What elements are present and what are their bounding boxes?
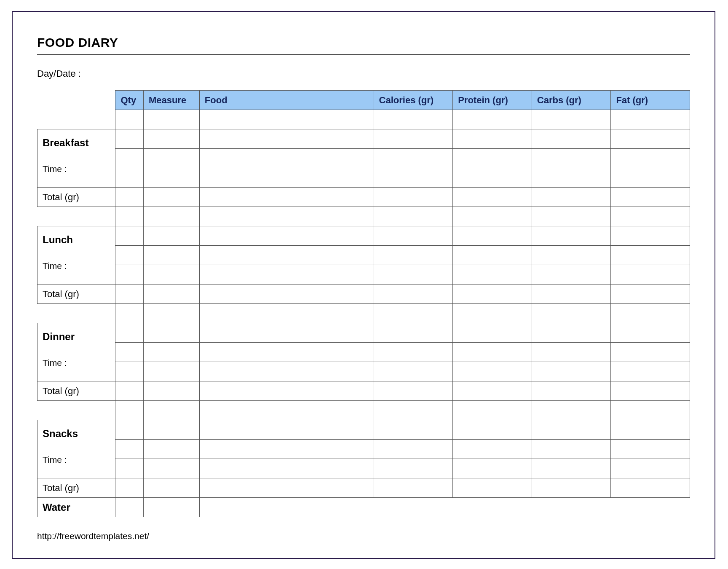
cell[interactable] [374,459,453,478]
cell[interactable] [453,265,532,284]
cell[interactable] [199,343,374,362]
cell[interactable] [115,459,143,478]
cell[interactable] [143,440,199,459]
cell[interactable] [453,362,532,381]
cell[interactable] [453,284,532,304]
cell[interactable] [453,226,532,246]
cell[interactable] [199,381,374,401]
cell[interactable] [143,304,199,323]
cell[interactable] [115,440,143,459]
cell[interactable] [199,478,374,498]
cell[interactable] [532,401,611,420]
cell[interactable] [611,343,690,362]
cell[interactable] [532,110,611,129]
cell[interactable] [453,246,532,265]
cell[interactable] [374,149,453,168]
cell[interactable] [611,129,690,149]
cell[interactable] [374,343,453,362]
cell[interactable] [115,478,143,498]
cell[interactable] [199,168,374,188]
cell[interactable] [115,226,143,246]
cell[interactable] [611,478,690,498]
cell[interactable] [143,149,199,168]
cell[interactable] [611,226,690,246]
cell[interactable] [532,284,611,304]
cell[interactable] [115,284,143,304]
cell[interactable] [143,188,199,207]
cell[interactable] [453,207,532,226]
cell[interactable] [143,168,199,188]
cell[interactable] [611,381,690,401]
cell[interactable] [453,110,532,129]
cell[interactable] [199,362,374,381]
cell[interactable] [611,420,690,440]
cell[interactable] [532,440,611,459]
cell[interactable] [532,459,611,478]
cell[interactable] [611,168,690,188]
cell[interactable] [199,110,374,129]
cell[interactable] [199,284,374,304]
cell[interactable] [374,207,453,226]
cell[interactable] [453,381,532,401]
cell[interactable] [115,304,143,323]
cell[interactable] [611,323,690,343]
cell[interactable] [115,207,143,226]
cell[interactable] [199,226,374,246]
cell[interactable] [453,478,532,498]
cell[interactable] [143,459,199,478]
cell[interactable] [532,323,611,343]
cell[interactable] [611,459,690,478]
cell[interactable] [532,304,611,323]
cell[interactable] [453,168,532,188]
cell[interactable] [199,323,374,343]
cell[interactable] [374,168,453,188]
cell[interactable] [611,188,690,207]
cell[interactable] [453,304,532,323]
cell[interactable] [374,323,453,343]
cell[interactable] [374,304,453,323]
cell[interactable] [199,207,374,226]
cell[interactable] [532,149,611,168]
cell[interactable] [611,440,690,459]
cell[interactable] [143,401,199,420]
cell[interactable] [199,129,374,149]
cell[interactable] [374,265,453,284]
cell[interactable] [453,401,532,420]
cell[interactable] [143,498,199,517]
cell[interactable] [115,265,143,284]
cell[interactable] [199,401,374,420]
cell[interactable] [199,265,374,284]
cell[interactable] [115,129,143,149]
cell[interactable] [199,459,374,478]
cell[interactable] [199,440,374,459]
cell[interactable] [115,149,143,168]
cell[interactable] [532,362,611,381]
cell[interactable] [611,284,690,304]
cell[interactable] [374,381,453,401]
cell[interactable] [532,343,611,362]
cell[interactable] [374,110,453,129]
cell[interactable] [115,498,143,517]
cell[interactable] [453,459,532,478]
cell[interactable] [532,265,611,284]
cell[interactable] [532,168,611,188]
cell[interactable] [143,129,199,149]
cell[interactable] [374,129,453,149]
cell[interactable] [199,149,374,168]
cell[interactable] [115,343,143,362]
cell[interactable] [143,381,199,401]
cell[interactable] [199,304,374,323]
cell[interactable] [532,420,611,440]
cell[interactable] [611,265,690,284]
cell[interactable] [115,323,143,343]
cell[interactable] [374,420,453,440]
cell[interactable] [143,343,199,362]
cell[interactable] [611,401,690,420]
cell[interactable] [611,304,690,323]
cell[interactable] [374,401,453,420]
cell[interactable] [611,110,690,129]
cell[interactable] [532,246,611,265]
cell[interactable] [143,478,199,498]
cell[interactable] [374,284,453,304]
cell[interactable] [199,246,374,265]
